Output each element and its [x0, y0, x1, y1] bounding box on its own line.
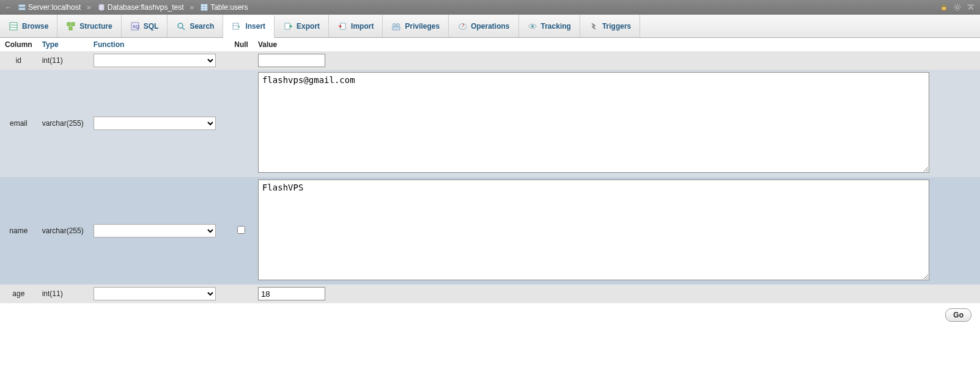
- lock-icon[interactable]: [940, 3, 948, 12]
- col-name: id: [0, 51, 37, 70]
- col-type: int(11): [37, 51, 89, 70]
- go-button[interactable]: Go: [945, 308, 971, 322]
- col-name: age: [0, 285, 37, 303]
- tab-label: SQL: [144, 22, 159, 31]
- col-type: varchar(255): [37, 70, 89, 177]
- col-name: email: [0, 70, 37, 177]
- svg-line-13: [955, 5, 956, 5]
- breadcrumb-server-label: Server:: [28, 3, 52, 12]
- breadcrumb-table-label: Table:: [210, 3, 230, 12]
- structure-icon: [66, 21, 76, 31]
- tab-label: Search: [190, 22, 214, 31]
- table-row: email varchar(255): [0, 70, 980, 177]
- breadcrumb-table-value: users: [230, 3, 248, 12]
- breadcrumb-sep: »: [190, 3, 194, 12]
- null-cell: [229, 70, 253, 177]
- tab-structure[interactable]: Structure: [57, 15, 121, 37]
- value-textarea-email[interactable]: [258, 72, 929, 173]
- svg-line-15: [955, 9, 956, 10]
- tab-triggers[interactable]: Triggers: [580, 15, 640, 37]
- svg-rect-18: [10, 23, 17, 30]
- tab-export[interactable]: Export: [274, 15, 329, 37]
- table-row: name varchar(255): [0, 177, 980, 285]
- triggers-icon: [589, 21, 599, 31]
- svg-rect-21: [67, 23, 70, 26]
- tab-label: Tracking: [541, 22, 571, 31]
- value-input-id[interactable]: [258, 54, 325, 67]
- col-type: int(11): [37, 285, 89, 303]
- tab-tracking[interactable]: Tracking: [519, 15, 580, 37]
- null-cell: [229, 51, 253, 70]
- svg-line-16: [959, 5, 960, 5]
- operations-icon: [457, 21, 467, 31]
- tab-label: Browse: [22, 22, 48, 31]
- breadcrumb-db-label: Database:: [108, 3, 141, 12]
- svg-rect-34: [392, 27, 400, 30]
- svg-rect-30: [285, 23, 290, 29]
- tab-label: Structure: [79, 22, 112, 31]
- svg-rect-28: [233, 23, 238, 29]
- tab-label: Import: [351, 22, 374, 31]
- insert-icon: [232, 21, 241, 31]
- nav-back-icon[interactable]: ←: [5, 4, 12, 11]
- tab-label: Export: [297, 22, 320, 31]
- privileges-icon: [391, 21, 401, 31]
- svg-rect-7: [942, 7, 946, 10]
- svg-point-32: [393, 23, 396, 26]
- header-value: Value: [253, 38, 980, 51]
- tab-label: Operations: [471, 22, 509, 31]
- import-icon: [337, 21, 347, 31]
- breadcrumb-sep: »: [87, 3, 91, 12]
- table-header-row: Column Type Function Null Value: [0, 38, 980, 51]
- col-type: varchar(255): [37, 177, 89, 285]
- gear-icon[interactable]: [953, 3, 962, 12]
- breadcrumb: ← Server: localhost » Database: flashvps…: [0, 0, 980, 15]
- tracking-icon: [528, 21, 537, 31]
- header-type[interactable]: Type: [37, 38, 89, 51]
- export-icon: [283, 21, 293, 31]
- tab-privileges[interactable]: Privileges: [383, 15, 449, 37]
- search-icon: [176, 21, 186, 31]
- tab-operations[interactable]: Operations: [449, 15, 518, 37]
- table-icon: [200, 3, 208, 12]
- function-select-email[interactable]: [94, 117, 216, 130]
- svg-rect-22: [72, 23, 75, 26]
- null-checkbox-name[interactable]: [237, 226, 245, 234]
- form-footer: Go: [0, 303, 980, 330]
- breadcrumb-server-value: localhost: [52, 3, 81, 12]
- header-column: Column: [0, 38, 37, 51]
- value-input-age[interactable]: [258, 287, 325, 300]
- tab-import[interactable]: Import: [329, 15, 383, 37]
- svg-rect-1: [19, 8, 26, 10]
- svg-rect-23: [69, 27, 72, 30]
- tab-label: Insert: [245, 22, 265, 31]
- col-name: name: [0, 177, 37, 285]
- svg-line-27: [182, 27, 185, 30]
- svg-point-26: [178, 23, 183, 28]
- header-function[interactable]: Function: [89, 38, 230, 51]
- breadcrumb-db-value: flashvps_test: [141, 3, 183, 12]
- svg-point-8: [956, 6, 959, 9]
- function-select-name[interactable]: [94, 224, 216, 238]
- svg-text:SQL: SQL: [133, 24, 139, 29]
- svg-rect-0: [19, 5, 26, 7]
- function-select-age[interactable]: [94, 287, 216, 300]
- svg-point-33: [397, 23, 400, 26]
- tab-label: Triggers: [602, 22, 631, 31]
- function-select-id[interactable]: [94, 54, 216, 67]
- breadcrumb-table[interactable]: Table: users: [200, 3, 248, 12]
- breadcrumb-database[interactable]: Database: flashvps_test: [97, 3, 184, 12]
- breadcrumb-server[interactable]: Server: localhost: [18, 3, 81, 12]
- tab-search[interactable]: Search: [168, 15, 223, 37]
- browse-icon: [9, 21, 18, 31]
- sql-icon: SQL: [130, 21, 140, 31]
- table-row: id int(11): [0, 51, 980, 70]
- database-icon: [97, 3, 106, 12]
- insert-form: Column Type Function Null Value id int(1…: [0, 38, 980, 330]
- tab-browse[interactable]: Browse: [0, 15, 57, 37]
- tab-insert[interactable]: Insert: [223, 15, 274, 38]
- collapse-icon[interactable]: [967, 3, 975, 12]
- tab-sql[interactable]: SQLSQL: [122, 15, 168, 37]
- value-textarea-name[interactable]: [258, 180, 929, 280]
- null-cell: [229, 285, 253, 303]
